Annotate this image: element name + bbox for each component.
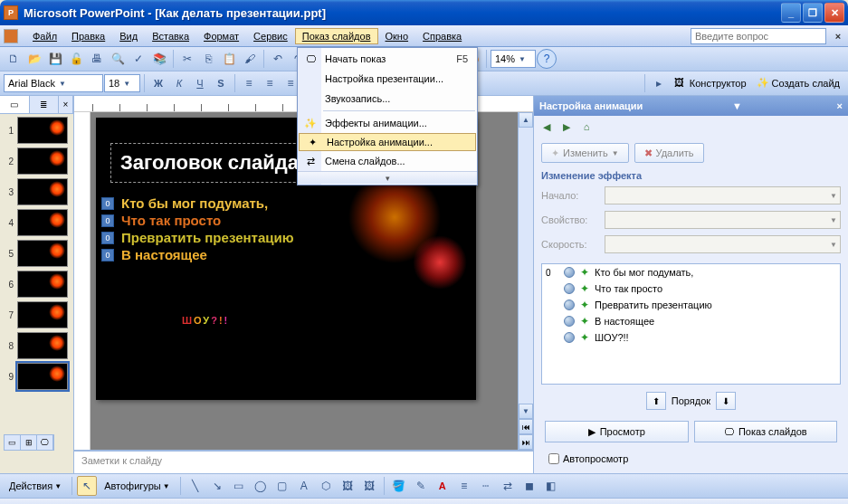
undo-icon[interactable]: ↶ — [268, 49, 288, 69]
thumbnail-1[interactable]: 1 — [3, 117, 71, 144]
close-button[interactable]: ✕ — [824, 3, 844, 23]
outline-tab[interactable]: ≣ — [30, 96, 60, 113]
bold-icon[interactable]: Ж — [148, 73, 168, 93]
paste-icon[interactable]: 📋 — [219, 49, 239, 69]
menu-expand-icon[interactable]: ▾ — [298, 171, 477, 184]
menu-record-narration[interactable]: Звукозапись... — [298, 89, 477, 109]
menu-tools[interactable]: Сервис — [246, 28, 295, 44]
ask-question-input[interactable] — [691, 28, 826, 44]
normal-view-icon[interactable]: ▭ — [5, 435, 21, 450]
thumbnail-3[interactable]: 3 — [3, 178, 71, 205]
slides-tab[interactable]: ▭ — [0, 96, 30, 113]
shadow-icon[interactable]: S — [211, 73, 231, 93]
menu-window[interactable]: Окно — [378, 28, 416, 44]
taskpane-dropdown-icon[interactable]: ▼ — [732, 100, 742, 111]
speed-combo[interactable]: ▼ — [605, 235, 841, 253]
designer-button[interactable]: 🖼Конструктор — [670, 77, 751, 90]
menu-custom-animation[interactable]: ✦Настройка анимации... — [299, 133, 476, 151]
animation-item[interactable]: ✦Что так просто — [542, 281, 840, 297]
animation-list[interactable]: 0✦Кто бы мог подумать,✦Что так просто✦Пр… — [541, 263, 841, 385]
nav-back-icon[interactable]: ◀ — [538, 118, 556, 136]
property-combo[interactable]: ▼ — [605, 211, 841, 229]
slideshow-view-icon[interactable]: 🖵 — [37, 435, 53, 450]
align-center-icon[interactable]: ≡ — [260, 73, 280, 93]
slideshow-button[interactable]: 🖵Показ слайдов — [694, 421, 838, 442]
save-icon[interactable]: 💾 — [45, 49, 65, 69]
picture-icon[interactable]: 🖼 — [359, 476, 379, 496]
autoshapes-button[interactable]: Автофигуры▼ — [99, 480, 176, 491]
menu-animation-schemes[interactable]: ✨Эффекты анимации... — [298, 113, 477, 133]
shadow-style-icon[interactable]: ◼ — [519, 476, 539, 496]
expand-toolbar-icon[interactable]: ▸ — [649, 73, 669, 93]
nav-home-icon[interactable]: ⌂ — [577, 118, 596, 136]
next-slide-icon[interactable]: ⏭ — [519, 434, 533, 450]
move-up-icon[interactable]: ⬆ — [646, 392, 666, 410]
textbox-icon[interactable]: ▢ — [272, 476, 292, 496]
minimize-button[interactable]: _ — [781, 3, 801, 23]
nav-forward-icon[interactable]: ▶ — [557, 118, 576, 136]
move-down-icon[interactable]: ⬇ — [716, 392, 736, 410]
remove-effect-button[interactable]: ✖ Удалить — [634, 143, 704, 163]
menu-view[interactable]: Вид — [112, 28, 145, 44]
fill-color-icon[interactable]: 🪣 — [389, 476, 409, 496]
align-left-icon[interactable]: ≡ — [239, 73, 259, 93]
thumbnail-9[interactable]: 9 — [3, 363, 71, 390]
rectangle-icon[interactable]: ▭ — [229, 476, 249, 496]
line-color-icon[interactable]: ✎ — [411, 476, 431, 496]
thumbnail-2[interactable]: 2 — [3, 147, 71, 175]
format-painter-icon[interactable]: 🖌 — [240, 49, 260, 69]
help-icon[interactable]: ? — [537, 49, 557, 69]
menu-help[interactable]: Справка — [415, 28, 469, 44]
sorter-view-icon[interactable]: ⊞ — [21, 435, 37, 450]
menu-format[interactable]: Формат — [196, 28, 246, 44]
animation-item[interactable]: ✦Превратить презентацию — [542, 297, 840, 313]
vertical-scrollbar[interactable]: ▲ ▼ ⏮ ⏭ — [518, 112, 533, 450]
slide-body[interactable]: 0Кто бы мог подумать,0Что так просто0Пре… — [101, 195, 293, 264]
line-icon[interactable]: ╲ — [186, 476, 205, 496]
menu-slideshow[interactable]: Показ слайдов — [295, 28, 378, 44]
cut-icon[interactable]: ✂ — [177, 49, 197, 69]
thumbnail-6[interactable]: 6 — [3, 271, 71, 298]
arrow-icon[interactable]: ↘ — [207, 476, 227, 496]
draw-actions-button[interactable]: Действия▼ — [4, 480, 67, 491]
clipart-icon[interactable]: 🖼 — [338, 476, 357, 496]
scroll-up-icon[interactable]: ▲ — [519, 112, 533, 128]
animation-item[interactable]: 0✦Кто бы мог подумать, — [542, 264, 840, 281]
copy-icon[interactable]: ⎘ — [198, 49, 218, 69]
taskpane-close-icon[interactable]: × — [837, 100, 843, 111]
dash-style-icon[interactable]: ┄ — [476, 476, 496, 496]
thumbnail-7[interactable]: 7 — [3, 301, 71, 328]
font-color-icon[interactable]: A — [433, 476, 453, 496]
menu-slide-transition[interactable]: ⇄Смена слайдов... — [298, 151, 477, 171]
thumbnail-8[interactable]: 8 — [3, 332, 71, 359]
underline-icon[interactable]: Ч — [190, 73, 210, 93]
line-style-icon[interactable]: ≡ — [454, 476, 474, 496]
menu-file[interactable]: Файл — [25, 28, 64, 44]
print-icon[interactable]: 🖶 — [87, 49, 107, 69]
start-combo[interactable]: ▼ — [605, 186, 841, 204]
diagram-icon[interactable]: ⬡ — [316, 476, 336, 496]
slide-title-placeholder[interactable]: Заголовок слайда — [110, 143, 328, 183]
prev-slide-icon[interactable]: ⏮ — [519, 419, 533, 434]
menu-setup-show[interactable]: Настройка презентации... — [298, 69, 477, 89]
add-effect-button[interactable]: ✦ Изменить ▼ — [541, 143, 629, 163]
menu-edit[interactable]: Правка — [64, 28, 112, 44]
arrow-style-icon[interactable]: ⇄ — [498, 476, 518, 496]
research-icon[interactable]: 📚 — [149, 49, 169, 69]
preview-icon[interactable]: 🔍 — [108, 49, 128, 69]
wordart-icon[interactable]: A — [294, 476, 314, 496]
menu-start-show[interactable]: 🖵 Начать показ F5 — [298, 49, 477, 69]
font-combo[interactable]: Arial Black▼ — [4, 74, 103, 92]
permission-icon[interactable]: 🔓 — [66, 49, 86, 69]
new-icon[interactable]: 🗋 — [4, 49, 24, 69]
animation-item[interactable]: ✦ШОУ?!! — [542, 329, 840, 346]
open-icon[interactable]: 📂 — [24, 49, 44, 69]
select-icon[interactable]: ↖ — [77, 476, 97, 496]
3d-style-icon[interactable]: ◧ — [541, 476, 561, 496]
notes-pane[interactable]: Заметки к слайду — [74, 450, 533, 473]
new-slide-button[interactable]: ✨Создать слайд — [752, 77, 844, 90]
spelling-icon[interactable]: ✓ — [129, 49, 148, 69]
font-size-combo[interactable]: 18▼ — [104, 74, 140, 92]
preview-button[interactable]: ▶Просмотр — [545, 421, 689, 442]
maximize-button[interactable]: ❐ — [803, 3, 823, 23]
